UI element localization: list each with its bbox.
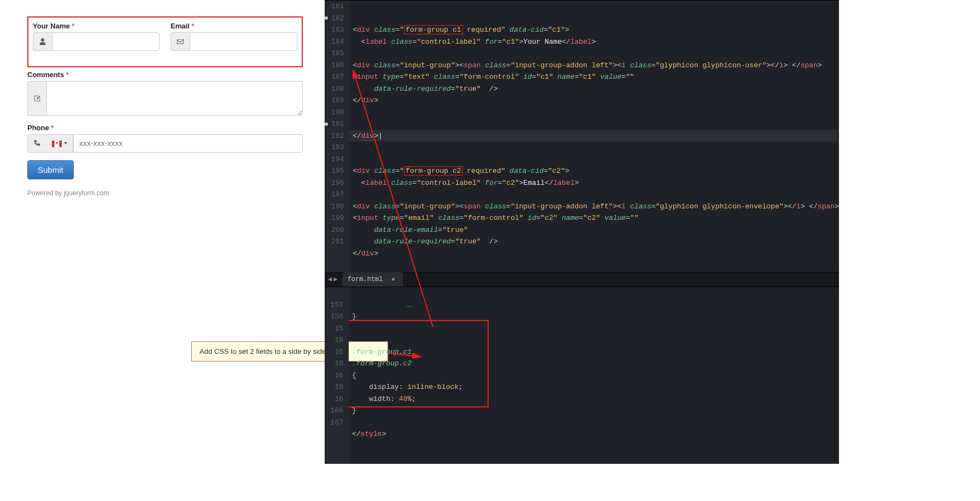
gutter-bottom: 15715815161616161616166167 xyxy=(325,287,349,464)
endstyle-open: </ xyxy=(352,430,361,438)
form-preview-pane: Your Name * Email * xyxy=(0,0,325,464)
code-editor-pane: 1811821831841851861871881891901911921931… xyxy=(325,0,839,464)
endstyle-name: style xyxy=(361,430,382,438)
comments-label-text: Comments xyxy=(27,71,64,79)
gutter-top: 1811821831841851861871881891901911921931… xyxy=(325,1,349,272)
form-group-phone: Phone * xyxy=(27,124,303,153)
svg-rect-2 xyxy=(60,141,62,147)
highlighted-two-field-row: Your Name * Email * xyxy=(27,16,303,67)
required-asterisk: * xyxy=(72,22,74,30)
user-icon xyxy=(33,32,52,51)
code-top[interactable]: <div class="form-group c1 required" data… xyxy=(349,1,839,272)
your-name-label-text: Your Name xyxy=(33,22,70,30)
form-group-email: Email * xyxy=(171,22,297,51)
email-label: Email * xyxy=(171,22,297,30)
chevron-down-icon xyxy=(64,142,67,144)
tab-nav-icon[interactable]: ◀ ▶ xyxy=(328,274,337,286)
country-flag-picker[interactable] xyxy=(46,134,73,153)
form-group-comments: Comments * xyxy=(27,71,303,116)
css-highlight-box xyxy=(349,320,489,407)
comments-label: Comments * xyxy=(27,71,303,79)
endstyle-close: > xyxy=(382,430,386,438)
tab-dirty-indicator-icon: ● xyxy=(391,276,395,283)
your-name-input[interactable] xyxy=(52,32,160,51)
form-group-your-name: Your Name * xyxy=(33,22,160,51)
css-brace-close2: } xyxy=(352,406,356,415)
email-label-text: Email xyxy=(171,22,190,30)
powered-by-text: Powered by jqueryform.com xyxy=(27,189,303,197)
tab-form-html[interactable]: form.html ● xyxy=(342,272,403,288)
code-pane-bottom[interactable]: 15715815161616161616166167 … } .form-gro… xyxy=(325,287,839,464)
comments-textarea[interactable] xyxy=(46,81,303,116)
your-name-label: Your Name * xyxy=(33,22,160,30)
editor-tab-bar: ◀ ▶ form.html ● xyxy=(325,272,839,287)
svg-rect-1 xyxy=(52,141,55,147)
edit-icon xyxy=(27,81,46,116)
envelope-icon xyxy=(171,32,190,51)
code-pane-top[interactable]: 1811821831841851861871881891901911921931… xyxy=(325,0,839,272)
phone-input[interactable] xyxy=(73,134,303,153)
phone-label-text: Phone xyxy=(27,124,49,132)
code-bottom[interactable]: … } .form-group.c1, .form-group.c2 { dis… xyxy=(349,287,839,464)
tab-label: form.html xyxy=(348,276,383,283)
css-brace-close: } xyxy=(352,312,356,321)
required-asterisk: * xyxy=(66,71,69,79)
canada-flag-icon xyxy=(52,140,62,147)
phone-label: Phone * xyxy=(27,124,303,132)
required-asterisk: * xyxy=(191,22,194,30)
phone-icon xyxy=(27,134,46,153)
required-asterisk: * xyxy=(51,124,54,132)
submit-button[interactable]: Submit xyxy=(27,160,74,179)
email-input[interactable] xyxy=(190,32,297,51)
